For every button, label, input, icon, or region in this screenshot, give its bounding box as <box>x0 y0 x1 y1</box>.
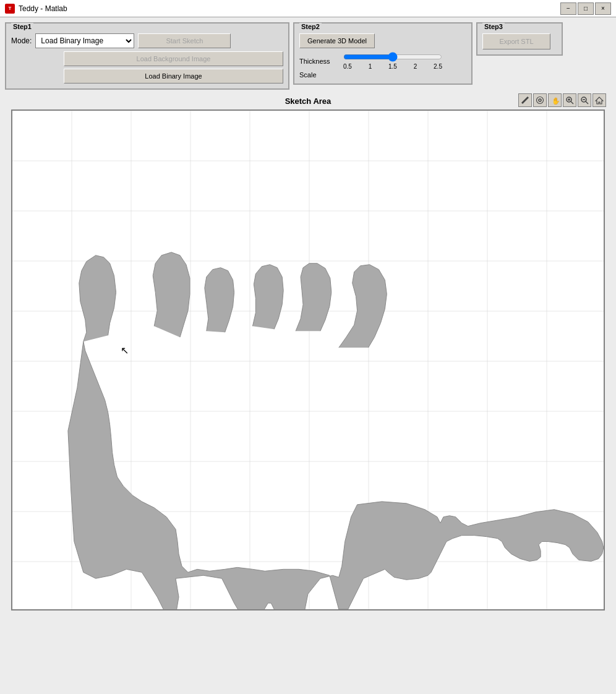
minimize-button[interactable]: − <box>560 2 576 15</box>
zoom-out-icon[interactable] <box>578 93 591 107</box>
step1-buttons: Load Background Image Load Binary Image <box>64 51 283 84</box>
export-stl-button[interactable]: Export STL <box>482 33 550 49</box>
step2-panel: Step2 Generate 3D Model Thickness 0.5 1 … <box>293 22 473 85</box>
slider-container: 0.5 1 1.5 2 2.5 <box>343 52 442 70</box>
main-content: Step1 Mode: Load Binary Image Load Backg… <box>0 17 616 694</box>
sketch-toolbar: ✋ <box>518 93 606 107</box>
mode-label: Mode: <box>11 36 32 45</box>
matlab-icon: T <box>5 4 15 14</box>
pan-icon[interactable]: ✋ <box>548 93 562 107</box>
title-bar-left: T Teddy - Matlab <box>5 4 67 14</box>
sketch-container: Sketch Area ✋ <box>5 93 611 689</box>
top-panels: Step1 Mode: Load Binary Image Load Backg… <box>5 22 611 90</box>
mode-dropdown[interactable]: Load Binary Image Load Background Image … <box>35 33 134 48</box>
window-controls: − □ × <box>560 2 611 15</box>
maximize-button[interactable]: □ <box>578 2 594 15</box>
window-title: Teddy - Matlab <box>19 4 67 13</box>
thickness-label: Thickness <box>299 58 340 65</box>
load-background-button[interactable]: Load Background Image <box>64 51 283 66</box>
close-button[interactable]: × <box>595 2 611 15</box>
sketch-header-row: Sketch Area ✋ <box>5 93 611 109</box>
scale-label: Scale <box>299 71 340 79</box>
zoom-in-icon[interactable] <box>563 93 576 107</box>
start-sketch-button[interactable]: Start Sketch <box>138 33 231 48</box>
thickness-slider[interactable] <box>343 52 442 62</box>
home-icon[interactable] <box>592 93 606 107</box>
svg-line-8 <box>586 101 588 104</box>
dinosaur-silhouette <box>12 111 604 609</box>
mode-row: Mode: Load Binary Image Load Background … <box>11 33 283 48</box>
step3-panel: Step3 Export STL <box>476 22 563 56</box>
title-bar: T Teddy - Matlab − □ × <box>0 0 616 17</box>
svg-point-0 <box>539 99 541 101</box>
svg-point-1 <box>537 97 544 104</box>
load-binary-button[interactable]: Load Binary Image <box>64 69 283 84</box>
scale-row: Scale <box>299 71 466 79</box>
step3-label: Step3 <box>482 23 505 30</box>
step2-label: Step2 <box>299 23 322 30</box>
thickness-row: Thickness 0.5 1 1.5 2 2.5 <box>299 52 466 70</box>
svg-line-4 <box>571 101 573 104</box>
thickness-section: Thickness 0.5 1 1.5 2 2.5 Scale <box>299 52 466 79</box>
edit-icon[interactable] <box>518 93 532 107</box>
step1-panel: Step1 Mode: Load Binary Image Load Backg… <box>5 22 289 90</box>
generate-3d-button[interactable]: Generate 3D Model <box>299 33 375 48</box>
settings-icon[interactable] <box>533 93 547 107</box>
step1-label: Step1 <box>11 23 33 30</box>
sketch-area[interactable]: ↖ <box>11 109 605 610</box>
svg-marker-10 <box>596 97 603 104</box>
svg-text:✋: ✋ <box>552 96 559 105</box>
slider-labels: 0.5 1 1.5 2 2.5 <box>343 63 442 70</box>
